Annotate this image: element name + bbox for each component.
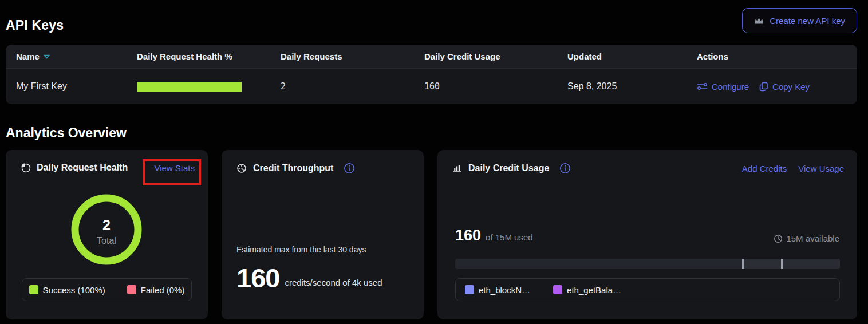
dashboard-page: API Keys Create new API key Name Daily R… — [0, 0, 868, 324]
credits-used-suffix: of 15M used — [486, 232, 533, 242]
column-header-updated: Updated — [567, 52, 602, 61]
throughput-note: Estimated max from the last 30 days — [236, 245, 366, 254]
daily-credit-usage-value: 160 — [424, 81, 440, 92]
capacity-marker — [781, 259, 783, 269]
pie-chart-icon — [21, 163, 31, 173]
eth-blocknumber-swatch — [465, 285, 474, 294]
donut-total-value: 2 — [71, 217, 142, 234]
legend-item-eth-blocknumber: eth_blockN… — [465, 285, 530, 295]
legend-item-success: Success (100%) — [29, 285, 105, 295]
success-swatch — [29, 285, 38, 294]
credits-available-label: 15M available — [786, 234, 839, 243]
credits-used-value: 160 — [455, 228, 481, 243]
column-header-health: Daily Request Health % — [137, 52, 232, 61]
configure-link[interactable]: Configure — [697, 82, 749, 92]
progress-segment-mid — [742, 259, 782, 269]
copy-icon — [759, 82, 768, 92]
eth-blocknumber-label: eth_blockN… — [479, 285, 530, 295]
failed-swatch — [127, 285, 136, 294]
column-header-actions: Actions — [697, 52, 728, 61]
add-credits-link[interactable]: Add Credits — [742, 164, 787, 173]
info-icon[interactable] — [344, 163, 355, 174]
updated-value: Sep 8, 2025 — [567, 81, 617, 92]
page-title: API Keys — [6, 18, 64, 33]
annotation-highlight-box — [143, 159, 201, 185]
credit-usage-progress-bar — [455, 259, 840, 269]
sort-descending-icon[interactable] — [44, 54, 50, 59]
api-keys-table: Name Daily Request Health % Daily Reques… — [6, 45, 857, 104]
daily-request-health-card: Daily Request Health View Stats 2 Total … — [6, 150, 208, 319]
column-header-daily-requests: Daily Requests — [281, 52, 342, 61]
column-header-name[interactable]: Name — [16, 52, 40, 61]
credit-throughput-card: Credit Throughput Estimated max from the… — [222, 150, 424, 319]
clock-icon — [774, 234, 783, 243]
throughput-value: 160 — [236, 264, 279, 291]
failed-label: Failed (0%) — [141, 285, 185, 295]
info-icon[interactable] — [559, 163, 571, 174]
bar-chart-icon — [452, 163, 463, 173]
card-title-daily-credit-usage: Daily Credit Usage — [468, 163, 549, 173]
eth-getbalance-swatch — [553, 285, 562, 294]
crown-icon — [754, 17, 764, 25]
throughput-unit: credits/second of 4k used — [285, 278, 382, 291]
card-title-credit-throughput: Credit Throughput — [253, 163, 333, 173]
create-api-key-label: Create new API key — [770, 16, 845, 26]
success-label: Success (100%) — [43, 285, 105, 295]
health-bar-fill — [137, 82, 242, 92]
daily-credit-usage-card: Daily Credit Usage Add Credits View Usag… — [437, 150, 857, 319]
view-usage-link[interactable]: View Usage — [798, 164, 844, 173]
column-header-daily-credit-usage: Daily Credit Usage — [424, 52, 500, 61]
progress-segment-end — [781, 259, 840, 269]
card-title-daily-request-health: Daily Request Health — [37, 163, 128, 173]
table-header-row: Name Daily Request Health % Daily Reques… — [6, 45, 857, 68]
copy-key-link[interactable]: Copy Key — [759, 82, 810, 92]
capacity-marker — [742, 259, 744, 269]
create-api-key-button[interactable]: Create new API key — [742, 8, 857, 33]
legend-item-failed: Failed (0%) — [127, 285, 185, 295]
section-title-analytics: Analytics Overview — [6, 125, 127, 141]
gauge-icon — [236, 163, 247, 174]
request-health-legend: Success (100%) Failed (0%) — [22, 278, 192, 301]
request-health-donut-chart: 2 Total — [71, 194, 142, 265]
donut-total-label: Total — [71, 236, 142, 246]
legend-item-eth-getbalance: eth_getBala… — [553, 285, 621, 295]
sliders-icon — [697, 82, 708, 90]
credit-usage-legend: eth_blockN… eth_getBala… — [455, 278, 840, 301]
table-row: My First Key 2 160 Sep 8, 2025 Conf — [6, 68, 857, 104]
health-bar — [137, 82, 242, 92]
eth-getbalance-label: eth_getBala… — [567, 285, 621, 295]
configure-label: Configure — [712, 82, 749, 92]
api-key-name: My First Key — [16, 81, 67, 92]
daily-requests-value: 2 — [281, 81, 286, 92]
copy-key-label: Copy Key — [772, 82, 810, 92]
